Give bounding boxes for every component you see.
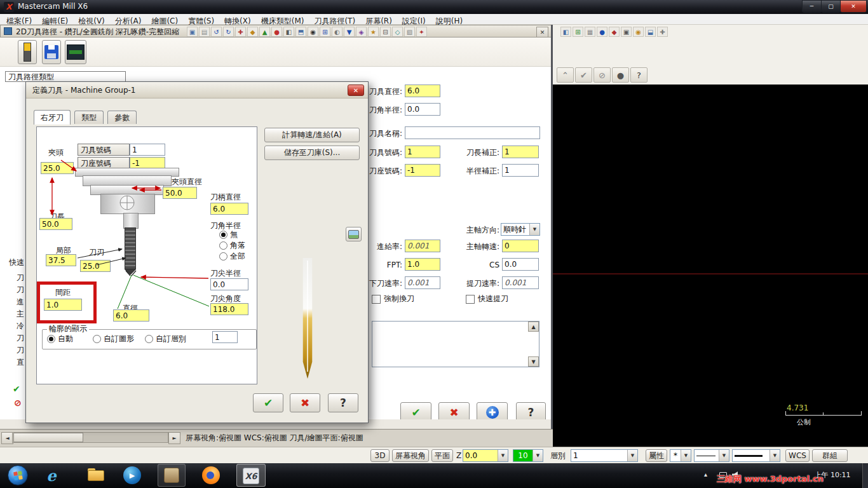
dia-off-field[interactable]: 1 <box>502 164 539 177</box>
toolbar-icon[interactable]: ⬓ <box>645 27 656 37</box>
toolbar-icon[interactable]: ◧ <box>283 27 294 37</box>
close-button[interactable]: ✕ <box>840 0 867 13</box>
z-depth-combo[interactable]: 0.0 ▼ <box>463 449 508 462</box>
spindle-dir-combo[interactable]: 順時針 ▼ <box>501 223 540 236</box>
chevron-down-icon[interactable]: ▼ <box>681 450 691 461</box>
feed-field[interactable]: 0.001 <box>405 240 440 252</box>
save-button[interactable] <box>42 40 61 64</box>
internet-explorer-icon[interactable]: e <box>41 464 62 486</box>
selection-toolbar-icon[interactable]: ● <box>612 67 629 83</box>
comment-box[interactable]: ▲ ▼ <box>372 321 539 367</box>
maximize-button[interactable]: ▢ <box>821 0 841 13</box>
tab-parameters[interactable]: 參數 <box>107 111 137 124</box>
graphics-viewport[interactable]: 4.731 公制 <box>553 85 868 447</box>
tool-no-field[interactable]: 1 <box>405 146 440 158</box>
define-tool-close-button[interactable]: ✕ <box>348 85 364 96</box>
toolbar-icon[interactable]: ✦ <box>416 27 427 37</box>
toolbar-icon[interactable]: ● <box>271 27 282 37</box>
chevron-down-icon[interactable]: ▼ <box>627 450 637 461</box>
toolbar-icon[interactable]: ◈ <box>356 27 367 37</box>
toolbar-icon[interactable]: ◇ <box>392 27 403 37</box>
point-style-combo[interactable]: * ▼ <box>670 449 691 462</box>
media-player-icon[interactable]: ▶ <box>123 466 141 484</box>
layer-combo[interactable]: 1 ▼ <box>571 449 638 462</box>
toolbar-icon[interactable]: ▧ <box>404 27 415 37</box>
selection-toolbar-icon[interactable]: ⊘ <box>593 67 611 83</box>
dialog-2d-close-button[interactable]: ✕ <box>536 27 548 37</box>
chevron-down-icon[interactable]: ▼ <box>770 450 780 461</box>
corner-rad-field[interactable]: 0.0 <box>405 103 440 116</box>
attributes-button[interactable]: 屬性 <box>646 449 667 462</box>
chevron-down-icon[interactable]: ▼ <box>532 450 543 461</box>
tab-type[interactable]: 類型 <box>74 111 104 124</box>
tool-button[interactable] <box>18 40 37 64</box>
calc-speed-feed-button[interactable]: 計算轉速/進給(A) <box>264 128 360 142</box>
plane-button[interactable]: 平面 <box>431 449 453 462</box>
chevron-down-icon[interactable]: ▼ <box>719 450 729 461</box>
selection-toolbar-icon[interactable]: ⌃ <box>557 67 574 83</box>
3d-mode-button[interactable]: 3D <box>370 449 390 462</box>
file-explorer-icon[interactable] <box>88 468 105 482</box>
tray-expand-icon[interactable]: ▴ <box>704 471 707 478</box>
scroll-down-button[interactable]: ▼ <box>528 356 539 367</box>
show-desktop-button[interactable] <box>862 463 868 488</box>
toolbar-icon[interactable]: ▣ <box>187 27 198 37</box>
groups-button[interactable]: 群組 <box>812 449 848 462</box>
mastercam-taskbar-slot[interactable]: X6 <box>236 464 266 487</box>
toolbar-icon[interactable]: ◐ <box>332 27 342 37</box>
head-no-field[interactable]: -1 <box>405 164 440 177</box>
toolbar-icon[interactable]: ▤ <box>199 27 210 37</box>
color-combo[interactable]: 10 ▼ <box>513 449 543 462</box>
force-toolchange-checkbox[interactable]: 強制換刀 <box>372 294 414 304</box>
toolbar-icon[interactable]: ✚ <box>657 27 668 37</box>
toolbar-icon[interactable]: ↺ <box>211 27 222 37</box>
hscroll-thumb[interactable] <box>13 433 83 442</box>
preview-image-button[interactable] <box>346 227 362 241</box>
cs-field[interactable]: 0.0 <box>502 258 539 271</box>
toolbar-icon[interactable]: ⊞ <box>320 27 330 37</box>
toolbar-icon[interactable]: ● <box>597 27 607 37</box>
toolbar-icon[interactable]: ▲ <box>259 27 270 37</box>
rapid-retract-checkbox[interactable]: 快速提刀 <box>466 294 508 304</box>
tab-right-tap[interactable]: 右牙刀 <box>34 110 71 125</box>
toolbar-icon[interactable]: ▦ <box>585 27 595 37</box>
len-off-field[interactable]: 1 <box>502 146 539 158</box>
wcs-button[interactable]: WCS <box>785 449 810 462</box>
toolbar-icon[interactable]: ⬒ <box>295 27 306 37</box>
post-button[interactable] <box>65 40 86 64</box>
line-style-combo[interactable]: ▼ <box>694 449 729 462</box>
toolbar-icon[interactable]: ⊞ <box>573 27 583 37</box>
chevron-down-icon[interactable]: ▼ <box>498 450 508 461</box>
tool-dia-field[interactable]: 6.0 <box>405 85 440 97</box>
toolbar-icon[interactable]: ▣ <box>621 27 632 37</box>
toolbar-icon[interactable]: ↻ <box>223 27 234 37</box>
toolbar-icon[interactable]: ▼ <box>344 27 355 37</box>
retract-field[interactable]: 0.001 <box>502 276 539 289</box>
toolbar-icon[interactable]: ◉ <box>633 27 644 37</box>
modal-cancel-button[interactable]: ✖ <box>290 393 320 412</box>
hscroll-right-button[interactable]: ► <box>168 432 180 444</box>
screen-view-button[interactable]: 屏幕視角 <box>392 449 429 462</box>
chevron-down-icon[interactable]: ▼ <box>529 224 539 235</box>
toolbar-icon[interactable]: ✚ <box>235 27 246 37</box>
modal-ok-button[interactable]: ✔ <box>253 393 283 412</box>
toolbar-icon[interactable]: ◆ <box>609 27 620 37</box>
toolbar-icon[interactable]: ◧ <box>560 27 571 37</box>
start-button[interactable] <box>8 465 28 485</box>
minimize-button[interactable]: ─ <box>802 0 822 13</box>
line-width-combo[interactable]: ▼ <box>732 449 780 462</box>
toolbar-icon[interactable]: ◉ <box>308 27 318 37</box>
save-to-library-button[interactable]: 儲存至刀庫(S)... <box>264 146 360 160</box>
fpt-field[interactable]: 1.0 <box>405 258 440 271</box>
toolbar-icon[interactable]: ⊟ <box>380 27 391 37</box>
toolpath-tree-header[interactable]: 刀具路徑類型 <box>5 71 126 82</box>
scroll-up-button[interactable]: ▲ <box>528 322 539 332</box>
firefox-icon[interactable] <box>202 466 220 484</box>
spindle-field[interactable]: 0 <box>502 240 539 252</box>
selection-toolbar-icon[interactable]: ✔ <box>575 67 592 83</box>
tool-name-field[interactable] <box>405 126 540 139</box>
toolbar-icon[interactable]: ◆ <box>247 27 258 37</box>
open-app-slot[interactable] <box>158 464 186 487</box>
toolbar-icon[interactable]: ★ <box>368 27 379 37</box>
selection-toolbar-icon[interactable]: ? <box>630 67 648 83</box>
